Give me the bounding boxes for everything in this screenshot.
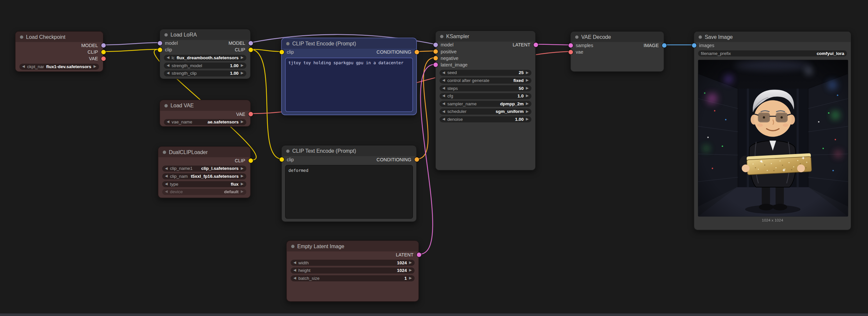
- arrow-right-icon[interactable]: ▶: [526, 94, 528, 98]
- arrow-left-icon[interactable]: ◀: [166, 71, 169, 75]
- arrow-left-icon[interactable]: ◀: [442, 79, 445, 82]
- node-header[interactable]: Load VAE: [160, 100, 250, 111]
- collapse-dot-icon[interactable]: [291, 245, 294, 248]
- widget-steps[interactable]: ◀ steps 50 ▶: [440, 85, 531, 91]
- output-dot-model[interactable]: [101, 43, 105, 48]
- arrow-left-icon[interactable]: ◀: [165, 190, 167, 194]
- arrow-right-icon[interactable]: ▶: [241, 174, 244, 178]
- arrow-left-icon[interactable]: ◀: [165, 167, 167, 171]
- input-dot-negative[interactable]: [433, 56, 437, 60]
- widget-seed[interactable]: ◀ seed 25 ▶: [440, 70, 531, 76]
- widget-vae-name[interactable]: ◀ vae_name ae.safetensors ▶: [164, 119, 246, 125]
- arrow-right-icon[interactable]: ▶: [241, 167, 244, 171]
- widget-filename-prefix[interactable]: filename_prefix comfyui_lora: [698, 50, 847, 57]
- widget-scheduler[interactable]: ◀ scheduler sgm_uniform ▶: [440, 109, 531, 115]
- node-header[interactable]: Load Checkpoint: [16, 32, 103, 42]
- arrow-right-icon[interactable]: ▶: [241, 120, 244, 124]
- input-dot-vae[interactable]: [568, 50, 572, 54]
- arrow-left-icon[interactable]: ◀: [165, 182, 167, 186]
- arrow-right-icon[interactable]: ▶: [241, 64, 244, 67]
- node-header[interactable]: CLIP Text Encode (Prompt): [282, 38, 416, 49]
- node-dual-clip-loader[interactable]: DualCLIPLoader CLIP ◀ clip_name1 clip_l.…: [158, 146, 251, 198]
- arrow-left-icon[interactable]: ◀: [165, 174, 167, 178]
- arrow-right-icon[interactable]: ▶: [526, 87, 528, 90]
- arrow-right-icon[interactable]: ▶: [526, 71, 528, 75]
- arrow-right-icon[interactable]: ▶: [241, 190, 244, 194]
- node-header[interactable]: KSampler: [436, 31, 535, 41]
- arrow-left-icon[interactable]: ◀: [442, 94, 445, 98]
- input-dot-latent-image[interactable]: [433, 62, 437, 67]
- node-clip-text-encode-negative[interactable]: CLIP Text Encode (Prompt) clip CONDITION…: [281, 145, 417, 222]
- arrow-left-icon[interactable]: ◀: [166, 120, 169, 124]
- collapse-dot-icon[interactable]: [575, 35, 579, 38]
- arrow-left-icon[interactable]: ◀: [293, 268, 296, 272]
- arrow-left-icon[interactable]: ◀: [442, 71, 445, 75]
- arrow-right-icon[interactable]: ▶: [409, 268, 412, 272]
- arrow-left-icon[interactable]: ◀: [22, 65, 25, 68]
- widget-strength-model[interactable]: ◀ strength_model 1.00 ▶: [164, 62, 246, 69]
- widget-ckpt-name[interactable]: ◀ ckpt_name flux1-dev.safetensors ▶: [20, 63, 99, 70]
- collapse-dot-icon[interactable]: [164, 104, 168, 107]
- node-load-lora[interactable]: Load LoRA model MODEL clip CLIP ◀ lor ..…: [160, 29, 251, 79]
- output-dot-model[interactable]: [248, 41, 253, 45]
- output-dot-vae[interactable]: [248, 112, 253, 116]
- arrow-left-icon[interactable]: ◀: [293, 277, 296, 280]
- node-load-checkpoint[interactable]: Load Checkpoint MODEL CLIP VAE ◀ ckpt_na…: [15, 31, 103, 72]
- input-dot-clip[interactable]: [279, 50, 284, 54]
- collapse-dot-icon[interactable]: [286, 42, 289, 45]
- collapse-dot-icon[interactable]: [440, 34, 443, 38]
- collapse-dot-icon[interactable]: [286, 149, 289, 152]
- widget-control-after-generate[interactable]: ◀ control after generate fixed ▶: [440, 78, 531, 84]
- input-dot-clip[interactable]: [279, 157, 284, 162]
- arrow-left-icon[interactable]: ◀: [442, 117, 445, 121]
- collapse-dot-icon[interactable]: [163, 150, 166, 154]
- input-dot-images[interactable]: [692, 43, 696, 48]
- output-dot-clip[interactable]: [101, 50, 105, 54]
- node-save-image[interactable]: Save Image images filename_prefix comfyu…: [693, 31, 851, 230]
- arrow-right-icon[interactable]: ▶: [526, 117, 528, 121]
- node-vae-decode[interactable]: VAE Decode samples IMAGE vae: [570, 31, 664, 72]
- arrow-right-icon[interactable]: ▶: [409, 277, 412, 280]
- node-header[interactable]: Save Image: [694, 32, 851, 42]
- widget-denoise[interactable]: ◀ denoise 1.00 ▶: [440, 116, 531, 122]
- widget-width[interactable]: ◀ width 1024 ▶: [290, 260, 414, 266]
- node-empty-latent-image[interactable]: Empty Latent Image LATENT ◀ width 1024 ▶…: [286, 240, 419, 302]
- node-graph-canvas[interactable]: Load Checkpoint MODEL CLIP VAE ◀ ckpt_na…: [0, 0, 868, 316]
- arrow-right-icon[interactable]: ▶: [241, 56, 244, 60]
- output-dot-vae[interactable]: [101, 57, 105, 61]
- output-dot-image[interactable]: [662, 43, 666, 48]
- widget-height[interactable]: ◀ height 1024 ▶: [290, 268, 414, 274]
- widget-type[interactable]: ◀ type flux ▶: [162, 181, 246, 187]
- output-dot-latent[interactable]: [533, 43, 538, 47]
- node-header[interactable]: VAE Decode: [571, 32, 664, 42]
- arrow-right-icon[interactable]: ▶: [93, 65, 96, 68]
- collapse-dot-icon[interactable]: [164, 33, 168, 36]
- arrow-left-icon[interactable]: ◀: [442, 102, 445, 106]
- collapse-dot-icon[interactable]: [699, 35, 702, 38]
- widget-clip-name2[interactable]: ◀ clip_nam ... t5xxl_fp16.safetensors ▶: [162, 173, 246, 180]
- widget-batch-size[interactable]: ◀ batch_size 1 ▶: [290, 275, 414, 282]
- input-dot-model[interactable]: [433, 43, 437, 47]
- widget-device[interactable]: ◀ device default ▶: [162, 189, 246, 195]
- arrow-left-icon[interactable]: ◀: [442, 87, 445, 90]
- arrow-right-icon[interactable]: ▶: [241, 182, 244, 186]
- arrow-right-icon[interactable]: ▶: [241, 71, 244, 75]
- input-dot-clip[interactable]: [158, 48, 162, 52]
- arrow-left-icon[interactable]: ◀: [293, 261, 296, 265]
- node-load-vae[interactable]: Load VAE VAE ◀ vae_name ae.safetensors ▶: [160, 100, 251, 127]
- arrow-left-icon[interactable]: ◀: [166, 56, 169, 60]
- input-dot-positive[interactable]: [433, 49, 437, 54]
- prompt-textarea[interactable]: tjtoy toy holding sparkgpu gpu in a data…: [285, 58, 413, 112]
- output-dot-conditioning[interactable]: [414, 157, 418, 162]
- widget-strength-clip[interactable]: ◀ strength_clip 1.00 ▶: [164, 70, 246, 77]
- widget-cfg[interactable]: ◀ cfg 1.0 ▶: [440, 93, 531, 99]
- widget-clip-name1[interactable]: ◀ clip_name1 clip_l.safetensors ▶: [162, 166, 246, 172]
- arrow-right-icon[interactable]: ▶: [409, 261, 412, 265]
- arrow-left-icon[interactable]: ◀: [166, 64, 169, 67]
- node-header[interactable]: CLIP Text Encode (Prompt): [282, 145, 416, 156]
- prompt-textarea[interactable]: deformed: [285, 165, 413, 219]
- widget-sampler-name[interactable]: ◀ sampler_name dpmpp_2m ▶: [440, 101, 531, 107]
- input-dot-model[interactable]: [158, 41, 162, 45]
- input-dot-samples[interactable]: [568, 43, 572, 48]
- arrow-left-icon[interactable]: ◀: [442, 110, 445, 114]
